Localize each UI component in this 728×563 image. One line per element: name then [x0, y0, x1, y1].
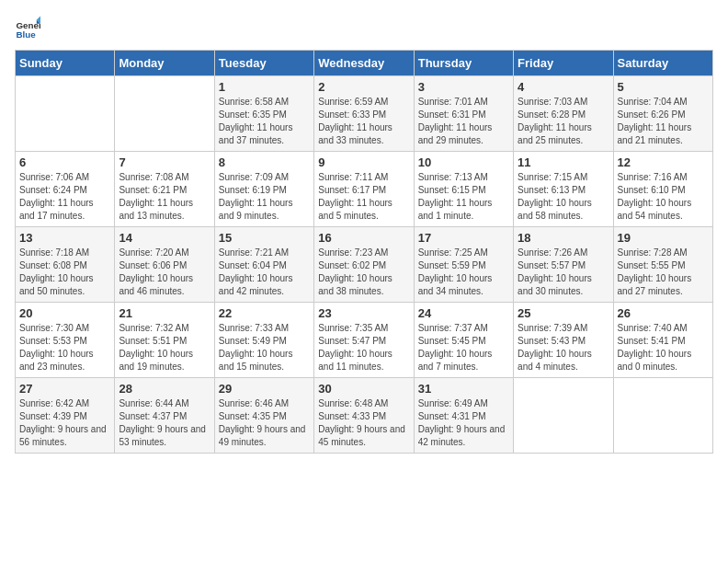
weekday-header-monday: Monday [115, 51, 214, 76]
day-number: 8 [219, 155, 310, 169]
day-info: Sunrise: 7:21 AM Sunset: 6:04 PM Dayligh… [219, 247, 310, 298]
day-number: 9 [318, 155, 409, 169]
calendar-cell: 22Sunrise: 7:33 AM Sunset: 5:49 PM Dayli… [214, 303, 313, 378]
day-number: 28 [119, 382, 210, 396]
week-row-5: 27Sunrise: 6:42 AM Sunset: 4:39 PM Dayli… [16, 378, 713, 454]
calendar-table: SundayMondayTuesdayWednesdayThursdayFrid… [15, 50, 713, 454]
day-info: Sunrise: 6:42 AM Sunset: 4:39 PM Dayligh… [19, 397, 110, 449]
svg-text:Blue: Blue [16, 29, 36, 40]
day-number: 13 [19, 231, 110, 245]
day-number: 29 [219, 382, 310, 396]
weekday-header-tuesday: Tuesday [214, 51, 313, 76]
weekday-header-friday: Friday [514, 51, 613, 76]
day-info: Sunrise: 7:26 AM Sunset: 5:57 PM Dayligh… [518, 247, 609, 298]
day-number: 18 [518, 231, 609, 245]
calendar-cell: 25Sunrise: 7:39 AM Sunset: 5:43 PM Dayli… [514, 303, 613, 378]
day-number: 12 [618, 155, 709, 169]
weekday-header-sunday: Sunday [16, 51, 115, 76]
week-row-1: 1Sunrise: 6:58 AM Sunset: 6:35 PM Daylig… [16, 76, 713, 152]
calendar-cell: 1Sunrise: 6:58 AM Sunset: 6:35 PM Daylig… [214, 76, 313, 152]
day-info: Sunrise: 7:06 AM Sunset: 6:24 PM Dayligh… [19, 171, 110, 223]
day-info: Sunrise: 7:04 AM Sunset: 6:26 PM Dayligh… [618, 96, 709, 147]
day-number: 17 [418, 231, 509, 245]
day-info: Sunrise: 7:15 AM Sunset: 6:13 PM Dayligh… [518, 171, 609, 223]
day-info: Sunrise: 6:46 AM Sunset: 4:35 PM Dayligh… [219, 397, 310, 449]
day-info: Sunrise: 6:58 AM Sunset: 6:35 PM Dayligh… [219, 96, 310, 147]
day-info: Sunrise: 7:30 AM Sunset: 5:53 PM Dayligh… [19, 322, 110, 373]
day-number: 24 [418, 306, 509, 320]
calendar-cell: 15Sunrise: 7:21 AM Sunset: 6:04 PM Dayli… [214, 227, 313, 303]
day-number: 6 [19, 155, 110, 169]
calendar-cell [514, 378, 613, 454]
calendar-cell: 12Sunrise: 7:16 AM Sunset: 6:10 PM Dayli… [613, 152, 712, 227]
day-number: 16 [318, 231, 409, 245]
day-number: 27 [19, 382, 110, 396]
day-info: Sunrise: 7:09 AM Sunset: 6:19 PM Dayligh… [219, 171, 310, 223]
page-header: General Blue [15, 15, 713, 40]
day-number: 19 [618, 231, 709, 245]
day-number: 5 [618, 80, 709, 94]
day-info: Sunrise: 7:40 AM Sunset: 5:41 PM Dayligh… [618, 322, 709, 373]
calendar-cell [16, 76, 115, 152]
logo-icon: General Blue [15, 15, 40, 40]
day-info: Sunrise: 7:25 AM Sunset: 5:59 PM Dayligh… [418, 247, 509, 298]
day-number: 26 [618, 306, 709, 320]
calendar-cell: 17Sunrise: 7:25 AM Sunset: 5:59 PM Dayli… [414, 227, 513, 303]
week-row-4: 20Sunrise: 7:30 AM Sunset: 5:53 PM Dayli… [16, 303, 713, 378]
calendar-cell: 29Sunrise: 6:46 AM Sunset: 4:35 PM Dayli… [214, 378, 313, 454]
calendar-cell: 6Sunrise: 7:06 AM Sunset: 6:24 PM Daylig… [16, 152, 115, 227]
calendar-cell: 28Sunrise: 6:44 AM Sunset: 4:37 PM Dayli… [115, 378, 214, 454]
day-number: 10 [418, 155, 509, 169]
calendar-cell: 20Sunrise: 7:30 AM Sunset: 5:53 PM Dayli… [16, 303, 115, 378]
week-row-3: 13Sunrise: 7:18 AM Sunset: 6:08 PM Dayli… [16, 227, 713, 303]
day-info: Sunrise: 7:01 AM Sunset: 6:31 PM Dayligh… [418, 96, 509, 147]
day-info: Sunrise: 7:16 AM Sunset: 6:10 PM Dayligh… [618, 171, 709, 223]
day-number: 30 [318, 382, 409, 396]
day-number: 21 [119, 306, 210, 320]
day-number: 2 [318, 80, 409, 94]
day-number: 3 [418, 80, 509, 94]
week-row-2: 6Sunrise: 7:06 AM Sunset: 6:24 PM Daylig… [16, 152, 713, 227]
calendar-cell: 31Sunrise: 6:49 AM Sunset: 4:31 PM Dayli… [414, 378, 513, 454]
calendar-cell: 26Sunrise: 7:40 AM Sunset: 5:41 PM Dayli… [613, 303, 712, 378]
logo: General Blue [15, 15, 40, 40]
day-number: 20 [19, 306, 110, 320]
day-info: Sunrise: 7:18 AM Sunset: 6:08 PM Dayligh… [19, 247, 110, 298]
calendar-cell: 9Sunrise: 7:11 AM Sunset: 6:17 PM Daylig… [314, 152, 414, 227]
calendar-cell [613, 378, 712, 454]
calendar-cell [115, 76, 214, 152]
calendar-cell: 18Sunrise: 7:26 AM Sunset: 5:57 PM Dayli… [514, 227, 613, 303]
calendar-cell: 11Sunrise: 7:15 AM Sunset: 6:13 PM Dayli… [514, 152, 613, 227]
day-info: Sunrise: 7:08 AM Sunset: 6:21 PM Dayligh… [119, 171, 210, 223]
day-info: Sunrise: 7:39 AM Sunset: 5:43 PM Dayligh… [518, 322, 609, 373]
weekday-header-row: SundayMondayTuesdayWednesdayThursdayFrid… [16, 51, 713, 76]
day-info: Sunrise: 6:49 AM Sunset: 4:31 PM Dayligh… [418, 397, 509, 449]
calendar-cell: 19Sunrise: 7:28 AM Sunset: 5:55 PM Dayli… [613, 227, 712, 303]
day-number: 11 [518, 155, 609, 169]
calendar-cell: 13Sunrise: 7:18 AM Sunset: 6:08 PM Dayli… [16, 227, 115, 303]
calendar-cell: 21Sunrise: 7:32 AM Sunset: 5:51 PM Dayli… [115, 303, 214, 378]
day-info: Sunrise: 7:20 AM Sunset: 6:06 PM Dayligh… [119, 247, 210, 298]
day-info: Sunrise: 7:28 AM Sunset: 5:55 PM Dayligh… [618, 247, 709, 298]
calendar-cell: 27Sunrise: 6:42 AM Sunset: 4:39 PM Dayli… [16, 378, 115, 454]
day-number: 31 [418, 382, 509, 396]
calendar-cell: 16Sunrise: 7:23 AM Sunset: 6:02 PM Dayli… [314, 227, 414, 303]
calendar-cell: 10Sunrise: 7:13 AM Sunset: 6:15 PM Dayli… [414, 152, 513, 227]
day-info: Sunrise: 7:13 AM Sunset: 6:15 PM Dayligh… [418, 171, 509, 223]
day-info: Sunrise: 6:59 AM Sunset: 6:33 PM Dayligh… [318, 96, 409, 147]
day-info: Sunrise: 7:11 AM Sunset: 6:17 PM Dayligh… [318, 171, 409, 223]
day-info: Sunrise: 7:37 AM Sunset: 5:45 PM Dayligh… [418, 322, 509, 373]
weekday-header-wednesday: Wednesday [314, 51, 414, 76]
day-number: 7 [119, 155, 210, 169]
day-number: 22 [219, 306, 310, 320]
calendar-cell: 7Sunrise: 7:08 AM Sunset: 6:21 PM Daylig… [115, 152, 214, 227]
day-info: Sunrise: 7:23 AM Sunset: 6:02 PM Dayligh… [318, 247, 409, 298]
day-info: Sunrise: 6:44 AM Sunset: 4:37 PM Dayligh… [119, 397, 210, 449]
calendar-cell: 14Sunrise: 7:20 AM Sunset: 6:06 PM Dayli… [115, 227, 214, 303]
calendar-cell: 5Sunrise: 7:04 AM Sunset: 6:26 PM Daylig… [613, 76, 712, 152]
calendar-cell: 3Sunrise: 7:01 AM Sunset: 6:31 PM Daylig… [414, 76, 513, 152]
day-number: 23 [318, 306, 409, 320]
day-number: 14 [119, 231, 210, 245]
day-info: Sunrise: 7:35 AM Sunset: 5:47 PM Dayligh… [318, 322, 409, 373]
day-info: Sunrise: 7:32 AM Sunset: 5:51 PM Dayligh… [119, 322, 210, 373]
